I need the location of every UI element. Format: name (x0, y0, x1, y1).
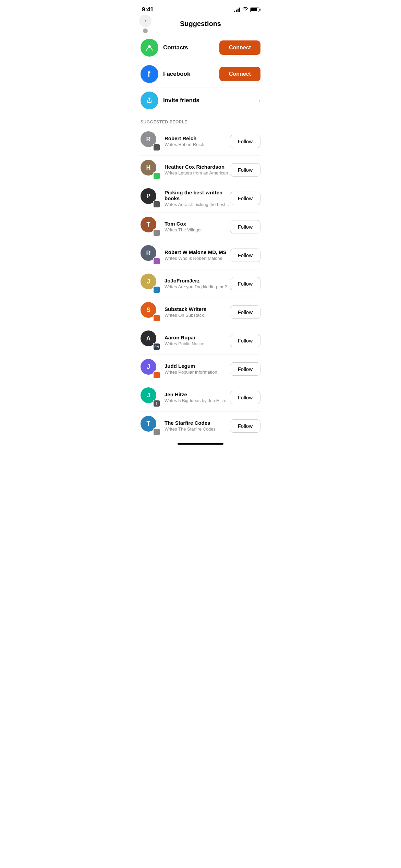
person-subtitle: Writes On Substack (165, 313, 230, 318)
avatar-badge (153, 229, 160, 237)
follow-button[interactable]: Follow (230, 391, 260, 404)
contacts-connect-button[interactable]: Connect (219, 40, 260, 55)
person-row: APNAaron RuparWrites Public NoticeFollow (141, 326, 260, 355)
follow-button[interactable]: Follow (230, 334, 260, 347)
follow-button[interactable]: Follow (230, 277, 260, 290)
person-row: J5Jen HitzeWrites 5 Big Ideas by Jen Hit… (141, 383, 260, 412)
home-indicator (134, 440, 267, 446)
facebook-row: Facebook Connect (141, 61, 260, 87)
follow-button[interactable]: Follow (230, 220, 260, 233)
person-row: HHeather Cox RichardsonWrites Letters fr… (141, 156, 260, 184)
person-name: Aaron Rupar (165, 335, 230, 340)
person-subtitle: Writes Who is Robert Malone (165, 256, 230, 261)
follow-button[interactable]: Follow (230, 192, 260, 205)
contacts-row: Contacts Connect (141, 35, 260, 61)
status-bar: 9:41 (134, 0, 267, 17)
avatar-badge (153, 428, 160, 436)
person-row: JJoJoFromJerzWrites Are you f'ng kidding… (141, 269, 260, 298)
person-row: PPicking the best-written booksWrites Au… (141, 184, 260, 213)
back-button[interactable]: ‹ (139, 15, 151, 33)
follow-button[interactable]: Follow (230, 249, 260, 262)
person-info: The Starfire CodesWrites The Starfire Co… (165, 420, 230, 432)
person-name: Robert W Malone MD, MS (165, 249, 230, 255)
avatar: R (141, 245, 160, 265)
person-subtitle: Writes Public Notice (165, 341, 230, 346)
battery-icon (250, 8, 259, 12)
person-name: Tom Cox (165, 221, 230, 227)
avatar: P (141, 188, 160, 208)
follow-button[interactable]: Follow (230, 305, 260, 319)
avatar-badge (153, 371, 160, 379)
people-list: RRobert ReichWrites Robert ReichFollowHH… (134, 127, 267, 440)
person-subtitle: Writes Are you f'ng kidding me? (165, 284, 230, 289)
status-icons (234, 7, 259, 12)
person-subtitle: Writes The Villager (165, 227, 230, 232)
avatar: T (141, 217, 160, 237)
avatar: J (141, 359, 160, 379)
person-name: Robert Reich (165, 135, 230, 141)
avatar: J5 (141, 387, 160, 407)
facebook-connect-button[interactable]: Connect (219, 67, 260, 81)
person-info: Substack WritersWrites On Substack (165, 306, 230, 318)
contacts-icon (141, 39, 158, 57)
follow-button[interactable]: Follow (230, 135, 260, 148)
person-name: JoJoFromJerz (165, 278, 230, 284)
person-info: Picking the best-written booksWrites Aur… (165, 190, 230, 207)
contacts-label: Contacts (163, 44, 219, 51)
facebook-icon (141, 65, 158, 83)
back-dot (143, 28, 148, 33)
invite-icon (141, 92, 158, 109)
avatar: H (141, 160, 160, 180)
wifi-icon (242, 7, 248, 12)
chevron-right-icon: › (258, 97, 260, 104)
avatar-badge: 5 (153, 400, 160, 407)
avatar: J (141, 274, 160, 293)
invite-label: Invite friends (163, 97, 258, 104)
person-info: JoJoFromJerzWrites Are you f'ng kidding … (165, 278, 230, 289)
avatar: APN (141, 330, 160, 350)
invite-friends-row[interactable]: Invite friends › (141, 87, 260, 113)
connect-section: Contacts Connect Facebook Connect Invite… (134, 33, 267, 113)
person-subtitle: Writes The Starfire Codes (165, 426, 230, 432)
avatar: S (141, 302, 160, 322)
avatar-badge: PN (153, 343, 160, 350)
person-name: The Starfire Codes (165, 420, 230, 426)
suggested-people-header: SUGGESTED PEOPLE (134, 113, 267, 127)
facebook-label: Facebook (163, 71, 219, 77)
status-time: 9:41 (142, 6, 154, 13)
home-bar (178, 443, 223, 445)
person-row: RRobert W Malone MD, MSWrites Who is Rob… (141, 241, 260, 269)
follow-button[interactable]: Follow (230, 419, 260, 433)
person-subtitle: Writes Robert Reich (165, 142, 230, 147)
person-row: TThe Starfire CodesWrites The Starfire C… (141, 412, 260, 440)
person-name: Heather Cox Richardson (165, 164, 230, 170)
person-row: SSubstack WritersWrites On SubstackFollo… (141, 298, 260, 326)
avatar-badge (153, 144, 160, 151)
person-info: Jen HitzeWrites 5 Big Ideas by Jen Hitze (165, 391, 230, 403)
avatar-badge (153, 172, 160, 180)
avatar-badge (153, 314, 160, 322)
person-info: Tom CoxWrites The Villager (165, 221, 230, 232)
back-chevron-icon[interactable]: ‹ (139, 15, 151, 27)
avatar-badge (153, 286, 160, 293)
person-info: Heather Cox RichardsonWrites Letters fro… (165, 164, 230, 176)
person-info: Aaron RuparWrites Public Notice (165, 335, 230, 346)
follow-button[interactable]: Follow (230, 362, 260, 376)
avatar: R (141, 131, 160, 151)
page-title: Suggestions (180, 20, 221, 28)
person-row: JJudd LegumWrites Popular InformationFol… (141, 355, 260, 383)
avatar-badge (153, 257, 160, 265)
avatar-badge (153, 201, 160, 208)
person-info: Robert ReichWrites Robert Reich (165, 135, 230, 147)
person-name: Judd Legum (165, 363, 230, 369)
follow-button[interactable]: Follow (230, 163, 260, 177)
avatar: T (141, 416, 160, 436)
person-subtitle: Writes Auraist: picking the best... (165, 202, 230, 207)
signal-icon (234, 7, 240, 12)
person-subtitle: Writes Popular Information (165, 370, 230, 375)
person-row: TTom CoxWrites The VillagerFollow (141, 213, 260, 241)
person-info: Robert W Malone MD, MSWrites Who is Robe… (165, 249, 230, 261)
person-row: RRobert ReichWrites Robert ReichFollow (141, 127, 260, 156)
person-name: Picking the best-written books (165, 190, 230, 201)
person-name: Jen Hitze (165, 391, 230, 397)
